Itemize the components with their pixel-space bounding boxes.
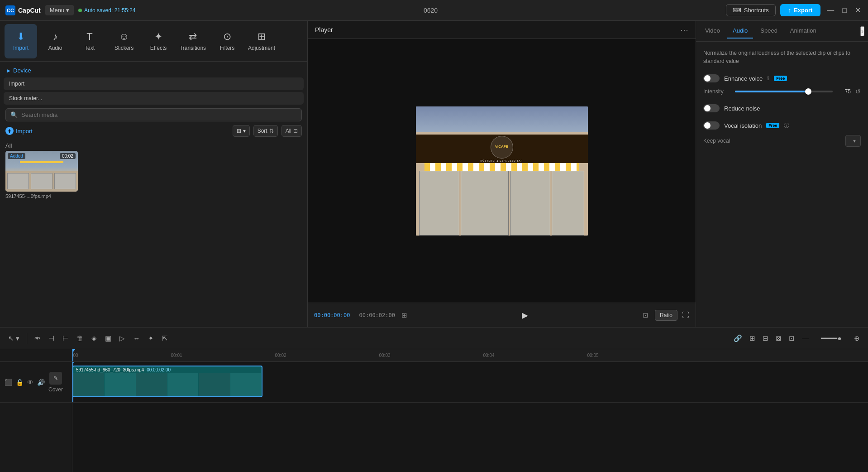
tab-animation[interactable]: Animation xyxy=(785,24,822,39)
project-title: 0620 xyxy=(424,7,438,14)
mask-button[interactable]: ◈ xyxy=(89,332,100,345)
snap-button[interactable]: ⊟ xyxy=(760,332,771,345)
screen-icon[interactable]: ⬛ xyxy=(5,379,12,386)
tab-audio[interactable]: Audio xyxy=(727,24,753,39)
track-control-list: ⬛ 🔒 👁 🔊 ✎ Cover xyxy=(0,362,72,472)
filter-all-button[interactable]: All ⊟ xyxy=(281,125,302,137)
trim-right-button[interactable]: ⊢ xyxy=(60,332,71,345)
add-track-button[interactable]: ⊕ xyxy=(851,332,863,345)
extract-button[interactable]: ⇱ xyxy=(159,332,171,345)
add-icon: + xyxy=(5,127,14,135)
tool-transitions[interactable]: ⇄ Transitions xyxy=(176,24,209,58)
time-mark-2: 00:02 xyxy=(275,353,286,358)
flip-button[interactable]: ↔ xyxy=(130,332,143,344)
tool-import[interactable]: ⬇ Import xyxy=(5,24,37,58)
resize-button[interactable]: ⊡ xyxy=(786,332,797,345)
clip-header: 5917455-hd_960_720_30fps.mp4 00:00:02:00 xyxy=(73,366,262,373)
import-btn-label: Import xyxy=(16,128,33,135)
sort-icon: ⇅ xyxy=(269,128,274,134)
filters-icon: ⊙ xyxy=(223,31,231,43)
keep-vocal-select[interactable]: ▾ xyxy=(845,135,861,147)
ruler-spacer xyxy=(0,349,72,362)
delete-button[interactable]: 🗑 xyxy=(74,332,86,344)
top-bar-right: ⌨ Shortcuts ↑ Export — □ ✕ xyxy=(726,4,863,16)
grid-view-button[interactable]: ⊞ xyxy=(400,309,409,321)
split-button[interactable]: ⚮ xyxy=(32,332,43,345)
device-tab[interactable]: Device xyxy=(4,65,304,76)
frame-5 xyxy=(199,373,230,396)
tool-text[interactable]: T Text xyxy=(73,24,106,58)
minimize-button[interactable]: — xyxy=(825,6,836,14)
all-label: All xyxy=(286,128,291,134)
vocal-isolation-label: Vocal isolation xyxy=(724,122,762,129)
tool-filters[interactable]: ⊙ Filters xyxy=(211,24,243,58)
sort-button[interactable]: Sort ⇅ xyxy=(253,125,278,137)
clip-link-button[interactable]: 🔗 xyxy=(731,332,745,345)
maximize-button[interactable]: □ xyxy=(840,6,849,14)
fullscreen-button[interactable]: ⛶ xyxy=(682,311,689,319)
info-icon: ℹ xyxy=(767,75,769,82)
play-button[interactable]: ▶ xyxy=(518,308,532,323)
right-content: Normalize the original loudness of the s… xyxy=(696,42,868,327)
effects-icon: ✦ xyxy=(154,31,162,43)
stab-button[interactable]: ✦ xyxy=(145,332,157,345)
clip-name: 5917455-hd_960_720_30fps.mp4 xyxy=(76,367,144,372)
zoom-slider[interactable]: ━━━━● xyxy=(813,332,849,345)
stock-materials-button[interactable]: Stock mater... xyxy=(4,92,304,105)
intensity-reset-button[interactable]: ↺ xyxy=(855,88,861,95)
crop-button[interactable]: ⊡ xyxy=(641,309,650,321)
tl-icon-group: 🔗 ⊞ ⊟ ⊠ ⊡ — ━━━━● ⊕ xyxy=(731,332,863,345)
player-panel: Player ⋯ ViCAFE RÖSTEREI & ESPRESSO BAR xyxy=(308,21,696,327)
tab-speed[interactable]: Speed xyxy=(755,24,783,39)
top-bar-left: CC CapCut Menu ▾ Auto saved: 21:55:24 xyxy=(5,5,135,15)
export-icon: ↑ xyxy=(788,7,792,14)
select-tool-button[interactable]: ↖ ▾ xyxy=(5,332,22,345)
main-track-control: ⬛ 🔒 👁 🔊 ✎ Cover xyxy=(0,362,72,403)
eye-icon[interactable]: 👁 xyxy=(27,379,33,386)
crop-tl-button[interactable]: ▣ xyxy=(102,332,114,345)
menu-button[interactable]: Menu ▾ xyxy=(45,5,74,15)
slider-handle[interactable] xyxy=(805,88,811,95)
vocal-isolation-toggle[interactable] xyxy=(703,121,720,130)
tab-video[interactable]: Video xyxy=(700,24,725,39)
search-input[interactable] xyxy=(21,111,297,118)
trim-left-button[interactable]: ⊣ xyxy=(46,332,57,345)
list-item[interactable]: Added 00:02 5917455-...0fps.mp4 xyxy=(5,151,78,199)
import-icon: ⬇ xyxy=(17,31,25,43)
keep-vocal-row: Keep vocal ▾ xyxy=(703,135,861,147)
toggle-knob xyxy=(704,122,711,129)
sort-label: Sort xyxy=(258,128,267,134)
more-tabs-button[interactable]: › xyxy=(860,26,864,36)
close-button[interactable]: ✕ xyxy=(853,6,863,14)
import-side-button[interactable]: Import xyxy=(4,77,304,90)
lock-icon[interactable]: 🔒 xyxy=(16,379,24,386)
app-logo: CC CapCut xyxy=(5,5,41,15)
split2-button[interactable]: ⊠ xyxy=(773,332,784,345)
intensity-slider[interactable] xyxy=(735,91,833,92)
export-button[interactable]: ↑ Export xyxy=(780,4,821,16)
tool-audio[interactable]: ♪ Audio xyxy=(39,24,72,58)
player-menu-button[interactable]: ⋯ xyxy=(680,25,688,35)
tool-adjustment[interactable]: ⊞ Adjustment xyxy=(245,24,278,58)
time-ruler: 00:00 00:01 00:02 00:03 00:04 00:05 xyxy=(72,349,868,362)
volume-icon[interactable]: 🔊 xyxy=(37,379,45,386)
tool-effects[interactable]: ✦ Effects xyxy=(142,24,175,58)
tool-adjustment-label: Adjustment xyxy=(248,45,275,51)
zoom-out-button[interactable]: — xyxy=(799,332,811,344)
shortcuts-button[interactable]: ⌨ Shortcuts xyxy=(726,4,776,16)
play-tl-button[interactable]: ▷ xyxy=(117,332,128,345)
reduce-noise-toggle[interactable] xyxy=(703,104,720,112)
enhance-voice-toggle[interactable] xyxy=(703,74,720,82)
video-clip[interactable]: 5917455-hd_960_720_30fps.mp4 00:00:02:00 xyxy=(72,366,262,397)
cover-label: Cover xyxy=(48,386,63,393)
text-icon: T xyxy=(86,31,92,43)
add-import-button[interactable]: + Import xyxy=(5,127,33,135)
enhance-voice-row: Enhance voice ℹ Free xyxy=(703,74,861,82)
ratio-button[interactable]: Ratio xyxy=(655,310,677,321)
view-toggle-button[interactable]: ⊞ ▾ xyxy=(233,125,249,137)
multi-select-button[interactable]: ⊞ xyxy=(747,332,758,345)
keyboard-icon: ⌨ xyxy=(733,7,741,14)
tool-stickers[interactable]: ☺ Stickers xyxy=(108,24,140,58)
time-mark-4: 00:04 xyxy=(483,353,494,358)
frame-6 xyxy=(230,373,262,396)
